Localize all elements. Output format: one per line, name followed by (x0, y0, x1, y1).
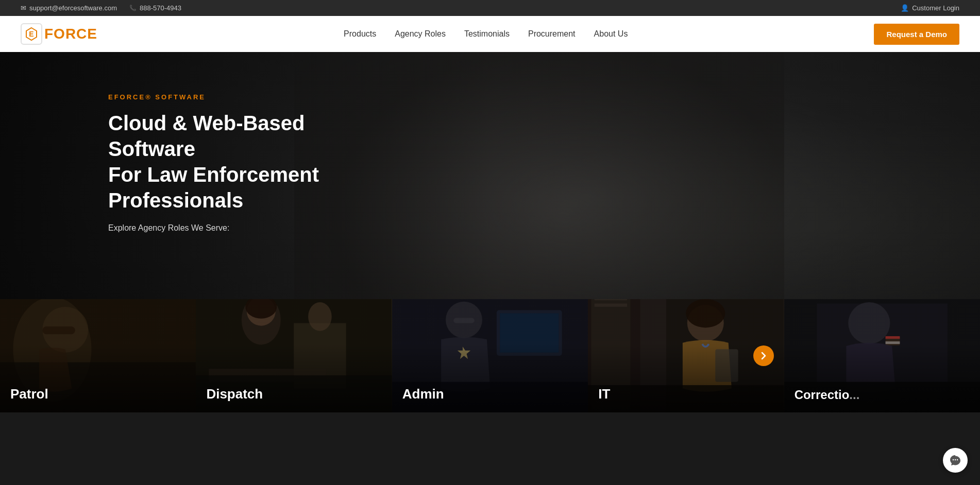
nav-products[interactable]: Products (344, 29, 376, 39)
hero-title-line1: Cloud & Web-Based Software (108, 112, 305, 160)
demo-button[interactable]: Request a Demo (874, 24, 959, 45)
hero-subtitle: Explore Agency Roles We Serve: (108, 223, 980, 233)
login-label: Customer Login (912, 4, 959, 12)
customer-login[interactable]: Customer Login (901, 4, 959, 12)
hero-brand-label: EFORCE® SOFTWARE (108, 93, 980, 101)
card-dispatch-label: Dispatch (206, 386, 263, 402)
logo-icon: E (21, 23, 42, 45)
email-address: support@eforcesoftware.com (29, 4, 117, 12)
phone-number: 888-570-4943 (140, 4, 181, 12)
card-it-label: IT (598, 386, 610, 402)
card-corrections[interactable]: Correctio... (784, 299, 980, 412)
card-it-arrow[interactable] (753, 345, 774, 366)
phone-contact[interactable]: 888-570-4943 (129, 4, 181, 12)
header: E FORCE Products Agency Roles Testimonia… (0, 16, 980, 52)
logo-text: FORCE (44, 26, 97, 42)
card-patrol-label: Patrol (10, 386, 48, 402)
card-admin-label: Admin (402, 386, 444, 402)
email-icon (21, 4, 26, 12)
card-corrections-label: Correctio... (795, 388, 860, 402)
svg-text:E: E (29, 30, 33, 38)
hero-title: Cloud & Web-Based Software For Law Enfor… (108, 110, 397, 213)
nav-testimonials[interactable]: Testimonials (464, 29, 510, 39)
top-bar: support@eforcesoftware.com 888-570-4943 … (0, 0, 980, 16)
main-nav: Products Agency Roles Testimonials Procu… (344, 29, 628, 39)
phone-icon (129, 5, 137, 11)
nav-procurement[interactable]: Procurement (528, 29, 576, 39)
user-icon (901, 4, 909, 12)
card-admin[interactable]: Admin (392, 299, 588, 412)
logo[interactable]: E FORCE (21, 23, 97, 45)
hero-section: EFORCE® SOFTWARE Cloud & Web-Based Softw… (0, 52, 980, 412)
nav-agency-roles[interactable]: Agency Roles (395, 29, 446, 39)
card-patrol[interactable]: Patrol (0, 299, 196, 412)
contact-info: support@eforcesoftware.com 888-570-4943 (21, 4, 181, 12)
agency-cards-row: Patrol (0, 299, 980, 412)
card-dispatch[interactable]: Dispatch (196, 299, 392, 412)
hero-title-line2: For Law Enforcement Professionals (108, 163, 319, 212)
card-it[interactable]: IT (588, 299, 784, 412)
nav-about-us[interactable]: About Us (594, 29, 628, 39)
email-contact[interactable]: support@eforcesoftware.com (21, 4, 117, 12)
